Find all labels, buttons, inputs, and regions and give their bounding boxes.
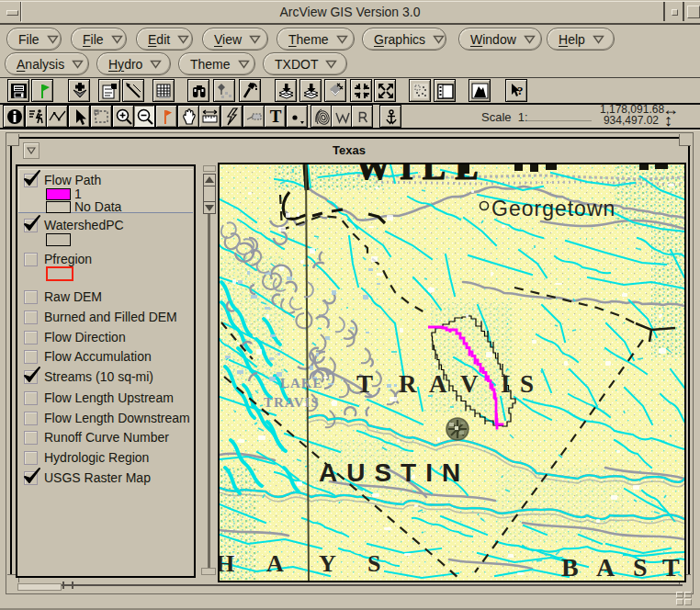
svg-text:LAKE: LAKE — [280, 376, 323, 390]
svg-text:Georgetown: Georgetown — [491, 197, 615, 220]
svg-text:S: S — [633, 553, 648, 581]
svg-text:T: T — [356, 370, 373, 398]
svg-text:TRAVIS: TRAVIS — [264, 395, 320, 410]
svg-text:H: H — [220, 550, 234, 577]
svg-text:?: ? — [517, 84, 524, 97]
svg-text:V: V — [460, 370, 479, 398]
svg-text:I: I — [501, 370, 511, 398]
svg-text:S: S — [367, 550, 380, 577]
svg-text:T: T — [270, 107, 282, 126]
svg-text:Y: Y — [319, 550, 336, 577]
svg-text:T: T — [662, 553, 680, 581]
svg-text:A: A — [429, 370, 447, 398]
svg-text:R: R — [399, 370, 417, 398]
svg-text:AUSTIN: AUSTIN — [319, 458, 469, 487]
svg-text:A: A — [266, 550, 284, 577]
svg-text:A: A — [596, 553, 615, 581]
svg-text:S: S — [520, 370, 534, 398]
svg-text:B: B — [561, 553, 579, 581]
